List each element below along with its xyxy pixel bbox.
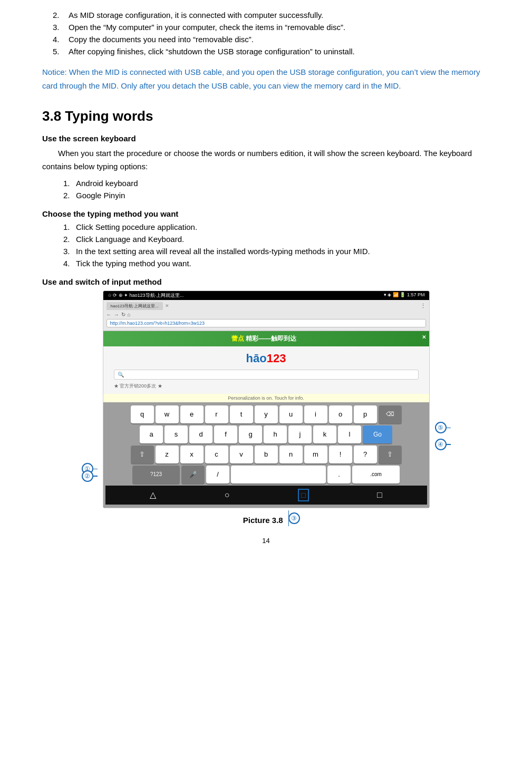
subsection2-list: 1. Click Setting pocedure application. 2… [42,222,490,268]
key-g[interactable]: g [239,425,262,443]
list-item: 2. Click Language and Keyboard. [42,235,490,244]
list-item: 2. As MID storage configuration, it is c… [42,11,490,20]
list-item: 2. Google Pinyin [42,191,490,200]
key-num-switch[interactable]: ?123 [132,466,180,483]
nav-menu-icon[interactable]: □ [377,490,382,500]
key-t[interactable]: t [230,405,253,423]
list-item: 4. Tick the typing method you want. [42,259,490,268]
picture-caption: Picture 3.8 [243,516,283,525]
annotation-circle-4: ④ [435,439,447,450]
subsection1-title: Use the screen keyboard [42,134,490,143]
key-u[interactable]: u [279,405,303,423]
notice-block: Notice: When the MID is connected with U… [42,65,490,92]
status-right: ▾ ◈ 📶 🔋 1:57 PM [384,292,425,299]
kb-row-1: q w e r t y u i o p ⌫ [105,405,427,423]
list-item: 4. Copy the documents you need into “rem… [42,35,490,44]
keyboard-screenshot: ☆ ⟳ ⊕ ✦ hao123导航·上网就这里... ▾ ◈ 📶 🔋 1:57 P… [103,291,430,508]
item-text: Click Setting pocedure application. [76,222,197,231]
key-shift-left[interactable]: ⇧ [131,446,154,463]
key-a[interactable]: a [140,425,163,443]
subsection2-title: Choose the typing method you want [42,209,490,218]
status-bar: ☆ ⟳ ⊕ ✦ hao123导航·上网就这里... ▾ ◈ 📶 🔋 1:57 P… [103,291,429,300]
menu-icon: ⋮ [420,303,426,309]
list-item: 1. Click Setting pocedure application. [42,222,490,231]
key-l[interactable]: l [338,425,361,443]
item-text: Android keyboard [76,179,138,188]
item-text: As MID storage configuration, it is conn… [69,11,323,20]
notice-text: Notice: When the MID is connected with U… [42,67,480,90]
key-n[interactable]: n [279,446,303,463]
nav-home-icon[interactable]: ○ [225,490,230,500]
key-period[interactable]: . [327,466,351,483]
key-go[interactable]: Go [363,425,392,443]
key-q[interactable]: q [131,405,154,423]
section-title: 3.8 Typing words [42,108,490,124]
list-item: 3. Open the “My computer” in your comput… [42,23,490,32]
address-bar[interactable]: http://m.hao123.com/?vit=h123&from=3w123 [107,319,426,327]
item-text: After copying finishes, click “shutdown … [69,47,355,56]
item-num: 3. [63,247,76,256]
subsection1-body: When you start the procedure or choose t… [42,147,490,173]
close-tab-icon: ✕ [165,303,169,308]
item-text: In the text setting area will reveal all… [76,247,370,256]
key-k[interactable]: k [313,425,336,443]
kb-row-3: ⇧ z x c v b n m ! ? ⇧ [105,446,427,463]
annotation-circle-3: ③ [288,512,300,524]
ad-banner: 蕾点 精彩——触即到达 ✕ [103,331,429,346]
item-num: 2. [63,235,76,244]
kb-row-4: ?123 🎤 / . .com [105,466,427,483]
key-shift-right[interactable]: ⇧ [379,446,402,463]
key-m[interactable]: m [304,446,327,463]
ad-close: ✕ [422,334,426,340]
key-e[interactable]: e [180,405,204,423]
nav-recent-icon[interactable]: □ [298,489,308,501]
key-h[interactable]: h [264,425,287,443]
key-question[interactable]: ? [354,446,377,463]
back-icon: ← [107,312,112,317]
key-backspace[interactable]: ⌫ [379,405,402,423]
annotation-circle-2: ② [82,470,93,482]
refresh-icon: ↻ [121,312,125,317]
item-text: Tick the typing method you want. [76,259,191,268]
key-z[interactable]: z [156,446,179,463]
key-w[interactable]: w [156,405,179,423]
ad-text2: 精彩——触即到达 [246,335,296,342]
key-i[interactable]: i [304,405,327,423]
key-mic[interactable]: 🎤 [181,466,205,483]
key-p[interactable]: p [354,405,377,423]
key-space[interactable] [231,466,326,483]
list-item: 3. In the text setting area will reveal … [42,247,490,256]
browser-nav: ← → ↻ ⌂ [107,312,426,317]
nav-back-icon[interactable]: △ [150,490,156,500]
key-c[interactable]: c [205,446,228,463]
ad-text: 蕾点 [231,335,244,342]
key-b[interactable]: b [255,446,278,463]
key-exclaim[interactable]: ! [329,446,352,463]
key-slash[interactable]: / [206,466,229,483]
item-num: 5. [53,47,69,56]
key-s[interactable]: s [165,425,188,443]
key-v[interactable]: v [230,446,253,463]
picture-annotation-area: ① ② ☆ ⟳ ⊕ ✦ hao123导航·上网就这里... ▾ ◈ 📶 🔋 1:… [55,291,477,526]
subsection3-title: Use and switch of input method [42,277,490,286]
key-d[interactable]: d [189,425,212,443]
status-left: ☆ ⟳ ⊕ ✦ hao123导航·上网就这里... [108,292,184,299]
key-j[interactable]: j [288,425,312,443]
top-numbered-list: 2. As MID storage configuration, it is c… [42,11,490,56]
home-icon: ⌂ [128,312,131,317]
item-num: 4. [53,35,69,44]
key-y[interactable]: y [255,405,278,423]
browser-chrome: hao123导航·上网就这里... ✕ ⋮ ← → ↻ ⌂ http://m.h… [103,300,429,331]
key-x[interactable]: x [180,446,204,463]
key-r[interactable]: r [205,405,228,423]
key-f[interactable]: f [214,425,237,443]
key-o[interactable]: o [329,405,352,423]
item-num: 1. [63,222,76,231]
search-bar[interactable]: 🔍 [114,370,419,380]
key-dotcom[interactable]: .com [352,466,400,483]
annotation-circle-5: ⑤ [435,422,447,433]
search-icon: 🔍 [118,372,124,378]
visit-count: ★ 官方开销200多次 ★ [109,382,424,391]
browser-tab: hao123导航·上网就这里... [107,302,163,310]
item-text: Copy the documents you need into “remova… [69,35,254,44]
